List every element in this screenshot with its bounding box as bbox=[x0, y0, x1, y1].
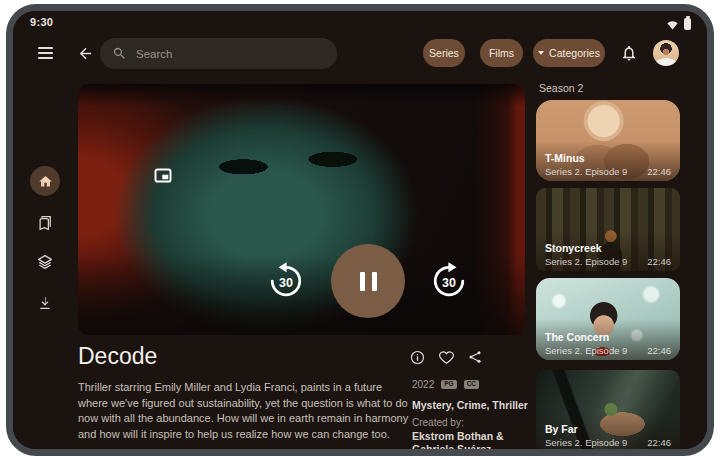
sidebar-item-downloads[interactable] bbox=[33, 291, 57, 315]
forward-30-button[interactable]: 30 bbox=[429, 261, 469, 301]
status-icons bbox=[666, 18, 691, 30]
picture-in-picture-icon bbox=[154, 168, 172, 183]
episode-subtitle: Series 2. Episode 9 bbox=[545, 345, 627, 356]
pause-button[interactable] bbox=[331, 244, 405, 318]
episode-title: The Concern bbox=[545, 331, 609, 343]
page-title: Decode bbox=[78, 343, 157, 370]
episode-subtitle: Series 2. Episode 9 bbox=[545, 256, 627, 267]
filter-categories-button[interactable]: Categories bbox=[533, 39, 605, 67]
filter-films-button[interactable]: Films bbox=[480, 39, 523, 67]
svg-text:30: 30 bbox=[442, 276, 456, 290]
rating-badge: PG bbox=[441, 380, 456, 390]
search-input[interactable]: Search bbox=[100, 38, 337, 69]
description-text: Thriller starring Emily Miller and Lydia… bbox=[78, 380, 414, 442]
wifi-icon bbox=[666, 19, 679, 30]
season-header: Season 2 bbox=[539, 82, 583, 94]
app-screen: 9:30 Search Series Films bbox=[13, 11, 707, 449]
download-icon bbox=[37, 295, 53, 311]
episode-card[interactable]: By Far Series 2. Episode 9 22:46 bbox=[536, 370, 680, 449]
hamburger-icon bbox=[38, 47, 53, 49]
favorite-button[interactable] bbox=[435, 346, 457, 368]
home-icon bbox=[38, 174, 53, 189]
sidebar-item-bookmarks[interactable] bbox=[33, 211, 57, 235]
bookmarks-icon bbox=[36, 214, 54, 232]
avatar[interactable] bbox=[653, 40, 679, 66]
creator-name: Ekstrom Bothan & bbox=[412, 430, 504, 442]
picture-in-picture-button[interactable] bbox=[151, 163, 175, 187]
forward-30-icon: 30 bbox=[429, 261, 469, 301]
search-icon bbox=[112, 46, 127, 61]
share-icon bbox=[467, 349, 483, 365]
video-player: 30 30 bbox=[78, 84, 525, 335]
episode-card[interactable]: T-Minus Series 2. Episode 9 22:46 bbox=[536, 100, 680, 181]
replay-30-button[interactable]: 30 bbox=[266, 261, 306, 301]
pause-icon bbox=[360, 272, 365, 291]
tablet-frame: 9:30 Search Series Films bbox=[6, 4, 714, 456]
episode-duration: 22:46 bbox=[647, 256, 671, 267]
svg-text:30: 30 bbox=[279, 276, 293, 290]
creator-name: Gabriela Suárez bbox=[412, 443, 491, 449]
episode-subtitle: Series 2. Episode 9 bbox=[545, 437, 627, 448]
episode-title: By Far bbox=[545, 423, 578, 435]
notifications-button[interactable] bbox=[616, 40, 642, 66]
episode-duration: 22:46 bbox=[647, 437, 671, 448]
release-year: 2022 bbox=[412, 379, 434, 390]
episode-duration: 22:46 bbox=[647, 166, 671, 177]
episode-title: Stonycreek bbox=[545, 242, 602, 254]
episode-card[interactable]: The Concern Series 2. Episode 9 22:46 bbox=[536, 278, 680, 360]
episode-card[interactable]: Stonycreek Series 2. Episode 9 22:46 bbox=[536, 188, 680, 271]
episode-title: T-Minus bbox=[545, 152, 585, 164]
sidebar-item-home[interactable] bbox=[30, 166, 60, 196]
created-by-label: Created by: bbox=[412, 417, 464, 428]
info-button[interactable] bbox=[406, 346, 428, 368]
chevron-down-icon bbox=[538, 51, 544, 55]
status-time: 9:30 bbox=[30, 16, 53, 28]
episode-subtitle: Series 2. Episode 9 bbox=[545, 166, 627, 177]
page: 9:30 Search Series Films bbox=[0, 0, 720, 460]
battery-icon bbox=[684, 18, 691, 30]
heart-icon bbox=[438, 349, 455, 366]
filter-series-button[interactable]: Series bbox=[423, 39, 465, 67]
info-icon bbox=[409, 349, 426, 366]
layers-icon bbox=[36, 253, 54, 271]
episode-duration: 22:46 bbox=[647, 345, 671, 356]
share-button[interactable] bbox=[464, 346, 486, 368]
year-row: 2022 PG CC bbox=[412, 379, 479, 390]
replay-30-icon: 30 bbox=[266, 261, 306, 301]
menu-button[interactable] bbox=[33, 41, 57, 65]
captions-badge: CC bbox=[464, 380, 479, 390]
arrow-left-icon bbox=[77, 45, 94, 62]
sidebar-item-library[interactable] bbox=[33, 250, 57, 274]
back-button[interactable] bbox=[73, 41, 97, 65]
search-placeholder: Search bbox=[136, 48, 172, 60]
genres-text: Mystery, Crime, Thriller bbox=[412, 399, 528, 411]
bell-icon bbox=[620, 44, 638, 62]
